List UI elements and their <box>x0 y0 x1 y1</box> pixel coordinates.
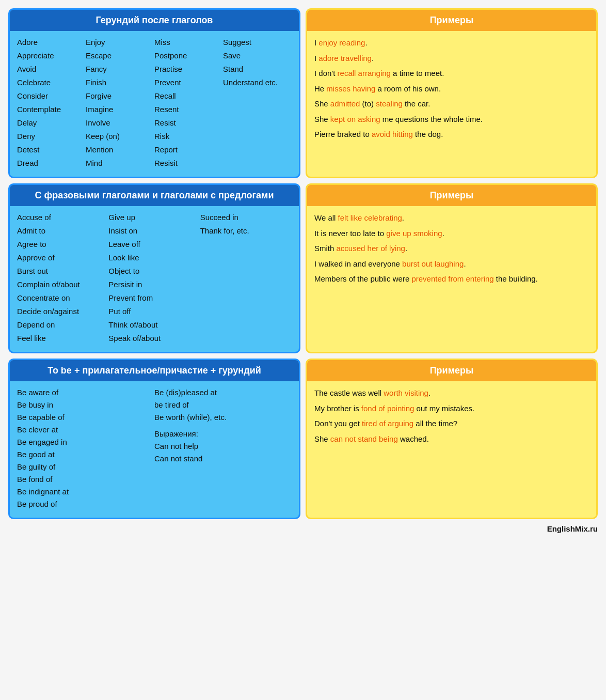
verb-item: Insist on <box>108 225 200 237</box>
verb-item: Fancy <box>86 63 154 75</box>
verb-item: Put off <box>108 305 200 318</box>
verb-item: be tired of <box>154 399 292 411</box>
verb-item: Be (dis)pleased at <box>154 386 292 399</box>
section2-examples-body: We all felt like celebrating.It is never… <box>307 206 596 295</box>
verb-item <box>223 117 292 129</box>
section1-examples-body: I enjoy reading.I adore travelling.I don… <box>307 31 596 150</box>
verb-item: Suggest <box>223 36 292 49</box>
verb-item: Stand <box>223 63 292 75</box>
section1-title: Герундий после глаголов <box>10 10 299 31</box>
verb-item <box>200 238 292 251</box>
verb-item <box>200 332 292 345</box>
verb-item: Deny <box>17 130 86 143</box>
vyrazheniya-label: Выражения: <box>154 428 292 440</box>
verb-item: Consider <box>17 90 86 102</box>
section3-examples-box: Примеры The castle was well worth visiti… <box>306 359 598 519</box>
verb-item: Be indignant at <box>17 486 154 498</box>
verb-item <box>223 90 292 102</box>
verb-item: Postpone <box>154 50 223 62</box>
verb-item: Give up <box>108 211 200 224</box>
verb-item: Enjoy <box>86 36 154 49</box>
example-line: Smith accused her of lying. <box>314 242 589 255</box>
verb-item: Resist <box>154 117 223 129</box>
example-line: My brother is fond of pointing out my mi… <box>314 402 589 415</box>
verb-item <box>200 292 292 304</box>
verb-item <box>200 252 292 264</box>
section2-title: С фразовыми глаголами и глаголами с пред… <box>10 185 299 206</box>
example-line: I adore travelling. <box>314 52 589 65</box>
verb-item: Be proud of <box>17 498 154 510</box>
example-line: Don't you get tired of arguing all the t… <box>314 417 589 430</box>
section2-verb-grid: Accuse ofGive upSucceed inAdmit toInsist… <box>17 211 292 345</box>
verb-item: Prevent <box>154 76 223 89</box>
verb-item: Be busy in <box>17 399 154 411</box>
section3-body: Be aware ofBe busy inBe capable ofBe cle… <box>10 381 299 518</box>
verb-item: Be clever at <box>17 424 154 436</box>
section3-col1: Be aware ofBe busy inBe capable ofBe cle… <box>17 386 154 510</box>
verb-item <box>223 157 292 169</box>
verb-item: Imagine <box>86 103 154 116</box>
section1-body: AdoreEnjoyMissSuggestAppreciateEscapePos… <box>10 31 299 177</box>
section3-col2: Be (dis)pleased atbe tired ofBe worth (w… <box>154 386 292 510</box>
verb-item: Detest <box>17 144 86 156</box>
verb-item <box>223 130 292 143</box>
verb-item: Appreciate <box>17 50 86 62</box>
verb-item: Decide on/against <box>17 305 108 318</box>
verb-item: Can not help <box>154 440 292 453</box>
verb-item: Finish <box>86 76 154 89</box>
example-line: Members of the public were prevented fro… <box>314 272 589 286</box>
verb-item: Be worth (while), etc. <box>154 411 292 424</box>
verb-item: Mention <box>86 144 154 156</box>
verb-item: Persisit in <box>108 278 200 291</box>
verb-item: Object to <box>108 265 200 277</box>
section2-body: Accuse ofGive upSucceed inAdmit toInsist… <box>10 206 299 352</box>
verb-item: Can not stand <box>154 453 292 465</box>
verb-item: Report <box>154 144 223 156</box>
section1-box: Герундий после глаголов AdoreEnjoyMissSu… <box>8 8 300 178</box>
section3-title: To be + прилагательное/причастие + гурун… <box>10 360 299 381</box>
example-line: She kept on asking me questions the whol… <box>314 113 589 126</box>
example-line: I walked in and everyone burst out laugh… <box>314 257 589 271</box>
verb-item: Keep (on) <box>86 130 154 143</box>
verb-item: Be good at <box>17 448 154 461</box>
verb-item: Save <box>223 50 292 62</box>
verb-item: Prevent from <box>108 292 200 304</box>
verb-item: Succeed in <box>200 211 292 224</box>
example-line: She admitted (to) stealing the car. <box>314 97 589 111</box>
verb-item: Adore <box>17 36 86 49</box>
section1-verb-grid: AdoreEnjoyMissSuggestAppreciateEscapePos… <box>17 36 292 169</box>
verb-item: Be aware of <box>17 386 154 399</box>
verb-item: Burst out <box>17 265 108 277</box>
footer: EnglishMix.ru <box>8 524 598 533</box>
verb-item: Thank for, etc. <box>200 225 292 237</box>
section3-examples-title: Примеры <box>307 360 596 381</box>
verb-item: Concentrate on <box>17 292 108 304</box>
verb-item: Escape <box>86 50 154 62</box>
verb-item <box>200 278 292 291</box>
verb-item: Look like <box>108 252 200 264</box>
verb-item: Practise <box>154 63 223 75</box>
verb-item: Complain of/about <box>17 278 108 291</box>
verb-item: Speak of/about <box>108 332 200 345</box>
example-line: Pierre braked to avoid hitting the dog. <box>314 128 589 141</box>
verb-item: Depend on <box>17 319 108 331</box>
verb-item: Resent <box>154 103 223 116</box>
section1-examples-box: Примеры I enjoy reading.I adore travelli… <box>306 8 598 178</box>
verb-item: Be guilty of <box>17 461 154 473</box>
example-line: It is never too late to give up smoking. <box>314 227 589 240</box>
verb-item: Admit to <box>17 225 108 237</box>
verb-item <box>200 265 292 277</box>
section3-box: To be + прилагательное/причастие + гурун… <box>8 359 300 519</box>
verb-item <box>200 319 292 331</box>
verb-item: Celebrate <box>17 76 86 89</box>
section3-examples-body: The castle was well worth visiting.My br… <box>307 381 596 455</box>
section2-examples-title: Примеры <box>307 185 596 206</box>
verb-item: Delay <box>17 117 86 129</box>
verb-item: Forgive <box>86 90 154 102</box>
section3-grid: Be aware ofBe busy inBe capable ofBe cle… <box>17 386 292 510</box>
verb-item: Feel like <box>17 332 108 345</box>
verb-item: Avoid <box>17 63 86 75</box>
verb-item: Think of/about <box>108 319 200 331</box>
verb-item <box>223 144 292 156</box>
verb-item: Dread <box>17 157 86 169</box>
